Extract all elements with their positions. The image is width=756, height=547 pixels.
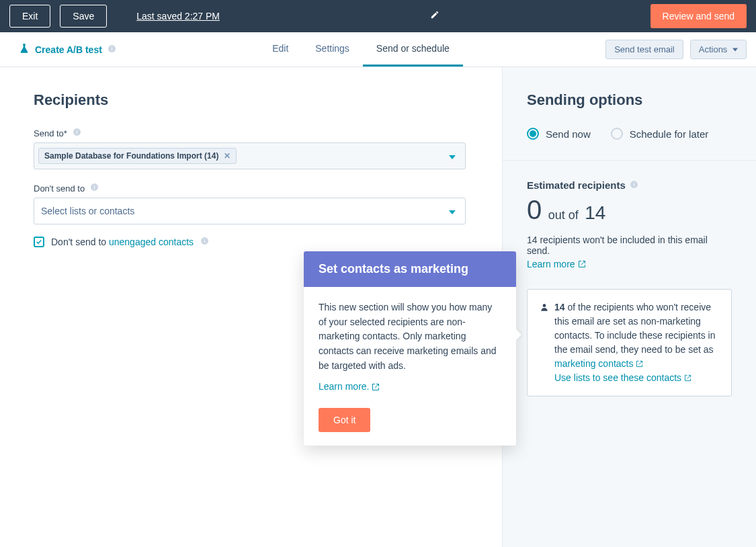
radio-send-now[interactable]: Send now [527,128,591,140]
learn-more-link[interactable]: Learn more [527,259,586,269]
svg-rect-11 [204,239,205,239]
review-and-send-button[interactable]: Review and send [650,4,747,28]
radio-unselected-icon [611,128,623,140]
estimated-recipients-label: Estimated recipients [527,179,732,191]
svg-rect-1 [112,48,112,50]
marketing-popover: Set contacts as marketing This new secti… [304,251,516,446]
svg-point-15 [543,304,546,307]
sending-options-panel: Sending options Send now Schedule for la… [502,67,756,547]
main-area: Recipients Send to* Sample Database for … [0,67,756,547]
use-lists-link[interactable]: Use lists to see these contacts [554,372,691,383]
send-to-select[interactable]: Sample Database for Foundations Import (… [34,142,466,169]
svg-rect-5 [77,130,77,130]
unengaged-checkbox-row[interactable]: Don't send to unengaged contacts [34,237,468,247]
checkbox-checked-icon[interactable] [34,237,44,247]
sending-heading: Sending options [527,91,732,109]
radio-selected-icon [527,128,539,140]
divider [503,160,756,161]
popover-body-text: This new section will show you how many … [319,300,501,373]
chevron-down-icon [732,47,738,52]
marketing-contacts-link[interactable]: marketing contacts [554,358,643,369]
create-ab-test-link[interactable]: Create A/B test [9,32,116,67]
dont-send-label: Don't send to [34,183,468,194]
dont-send-placeholder: Select lists or contacts [41,206,134,216]
actions-dropdown[interactable]: Actions [690,40,747,59]
popover-arrow [516,329,521,340]
marketing-contacts-callout: 14 of the recipients who won't receive t… [527,289,732,396]
subbar: Create A/B test Edit Settings Send or sc… [0,32,756,67]
person-icon [540,302,549,316]
chevron-down-icon [449,206,456,216]
save-button[interactable]: Save [60,5,107,28]
external-link-icon [372,383,380,391]
ab-test-label: Create A/B test [35,44,102,55]
tabs: Edit Settings Send or schedule [116,32,605,67]
svg-rect-8 [94,185,95,185]
svg-rect-7 [94,186,95,189]
info-icon[interactable] [73,128,81,138]
popover-learn-more-link[interactable]: Learn more. [319,380,380,394]
info-icon[interactable] [108,44,116,55]
recipients-heading: Recipients [34,91,468,109]
tab-edit[interactable]: Edit [259,32,302,67]
recipients-note: 14 recipients won't be included in this … [527,235,732,256]
dont-send-select[interactable]: Select lists or contacts [34,198,466,224]
external-link-icon [578,260,586,268]
actions-label: Actions [699,44,728,54]
callout-text: of the recipients who won't receive this… [554,302,715,355]
external-link-icon [684,374,691,382]
info-icon[interactable] [630,180,638,191]
send-test-email-button[interactable]: Send test email [605,40,683,59]
svg-rect-13 [634,183,634,186]
last-saved-label[interactable]: Last saved 2:27 PM [136,11,220,22]
svg-rect-2 [112,46,112,47]
info-icon[interactable] [200,237,209,247]
send-to-label: Send to* [34,128,468,138]
radio-schedule-later[interactable]: Schedule for later [611,128,709,140]
estimated-recipients-value: 0 out of 14 [527,195,732,225]
svg-rect-14 [634,182,634,183]
chevron-down-icon [449,151,456,161]
unengaged-contacts-link[interactable]: unengaged contacts [109,237,194,247]
topbar: Exit Save Last saved 2:27 PM Review and … [0,0,756,32]
callout-count: 14 [554,302,565,312]
recipients-panel: Recipients Send to* Sample Database for … [0,67,502,547]
popover-title: Set contacts as marketing [304,251,516,287]
external-link-icon [636,360,643,368]
svg-rect-4 [77,131,77,134]
exit-button[interactable]: Exit [9,5,50,28]
info-icon[interactable] [90,183,99,194]
tab-send-or-schedule[interactable]: Send or schedule [363,32,463,67]
remove-chip-icon[interactable]: ✕ [224,151,230,161]
svg-rect-10 [204,240,205,243]
send-to-chip: Sample Database for Foundations Import (… [38,148,237,164]
unengaged-label: Don't send to unengaged contacts [51,237,194,247]
got-it-button[interactable]: Got it [319,408,370,432]
tab-settings[interactable]: Settings [302,32,363,67]
edit-title-icon[interactable] [430,10,439,22]
flask-icon [19,43,30,56]
